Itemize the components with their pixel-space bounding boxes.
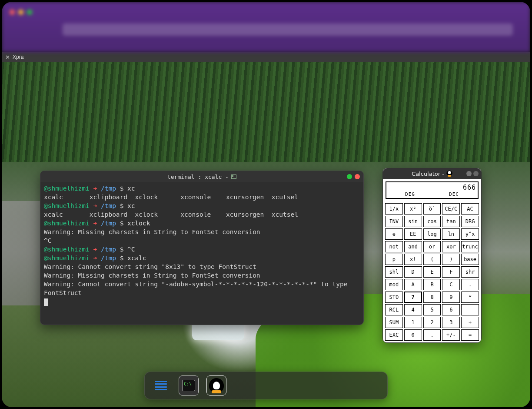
calc-button-x[interactable]: x²: [404, 203, 422, 215]
calc-button-f[interactable]: F: [442, 266, 460, 278]
calc-button-and[interactable]: and: [404, 241, 422, 252]
calc-button-[interactable]: *: [461, 292, 479, 303]
desktop-background: terminal : xcalc - @shmuelhizmi ➜ /tmp $…: [2, 62, 530, 407]
dock-item-terminal[interactable]: [179, 375, 199, 396]
calculator-close-button[interactable]: [473, 171, 479, 176]
calc-button-sin[interactable]: sin: [404, 216, 422, 227]
calc-button-[interactable]: -: [461, 304, 479, 315]
calc-button-rcl[interactable]: RCL: [385, 304, 403, 315]
calc-button-exc[interactable]: EXC: [385, 329, 403, 341]
calc-button-c[interactable]: C: [442, 279, 460, 290]
terminal-output-line: xcalc xclipboard xclock xconsole xcursor…: [44, 210, 360, 219]
calc-button-[interactable]: (: [423, 254, 441, 265]
calculator-display: 666 DEG DEC: [386, 181, 479, 199]
dock-item-penguin[interactable]: [206, 375, 226, 396]
dock-item-menu[interactable]: [151, 375, 171, 396]
calc-button-1x[interactable]: 1/x: [385, 203, 403, 215]
calc-button-3[interactable]: 3: [442, 317, 460, 328]
terminal-output-line: Warning: Cannot convert string "8x13" to…: [44, 262, 360, 271]
calc-button-ee[interactable]: EE: [404, 228, 422, 240]
calculator-keypad: 1/xx²ö`CE/CACINVsincostanDRGeEEloglny^xn…: [383, 203, 481, 341]
calculator-mode-dec: DEC: [449, 191, 459, 197]
dock: [144, 372, 388, 399]
terminal-icon: [182, 380, 195, 391]
calc-button-[interactable]: .: [423, 329, 441, 341]
calc-button-mod[interactable]: mod: [385, 279, 403, 290]
calc-button-shr[interactable]: shr: [461, 266, 479, 278]
calc-button-trunc[interactable]: trunc: [461, 241, 479, 252]
calculator-title: Calculator -: [412, 171, 444, 177]
calculator-titlebar[interactable]: Calculator -: [383, 168, 481, 179]
host-traffic-lights: [10, 10, 32, 15]
terminal-close-button[interactable]: [355, 174, 360, 179]
terminal-prompt-line: @shmuelhizmi ➜ /tmp $ xc: [44, 184, 360, 193]
terminal-prompt-line: @shmuelhizmi ➜ /tmp $ xc: [44, 201, 360, 210]
calc-button-[interactable]: ): [442, 254, 460, 265]
terminal-prompt-line: @shmuelhizmi ➜ /tmp $ ^C: [44, 245, 360, 254]
linux-penguin-icon: [209, 378, 224, 393]
calc-button-6[interactable]: 6: [442, 304, 460, 315]
terminal-titlebar[interactable]: terminal : xcalc -: [40, 171, 363, 182]
calc-button-cec[interactable]: CE/C: [442, 203, 460, 215]
menu-icon: [155, 381, 167, 390]
terminal-body[interactable]: @shmuelhizmi ➜ /tmp $ xcxcalc xclipboard…: [40, 182, 363, 325]
calc-button-9[interactable]: 9: [442, 292, 460, 303]
calc-button-b[interactable]: B: [423, 279, 441, 290]
calc-button-x[interactable]: x!: [404, 254, 422, 265]
calc-button-[interactable]: ö`: [423, 203, 441, 215]
calc-button-a[interactable]: A: [404, 279, 422, 290]
terminal-prompt-line: @shmuelhizmi ➜ /tmp $ xclock: [44, 219, 360, 228]
calc-button-yx[interactable]: y^x: [461, 228, 479, 240]
calc-button-e[interactable]: e: [385, 228, 403, 240]
calc-button-tan[interactable]: tan: [442, 216, 460, 227]
calc-button-ac[interactable]: AC: [461, 203, 479, 215]
xpra-menubar[interactable]: ✕ Xpra: [2, 52, 530, 62]
calc-button-[interactable]: +: [461, 317, 479, 328]
calc-button-d[interactable]: D: [404, 266, 422, 278]
calculator-minimize-button[interactable]: [466, 171, 472, 176]
calc-button-2[interactable]: 2: [423, 317, 441, 328]
calc-button-or[interactable]: or: [423, 241, 441, 252]
terminal-cursor: [44, 298, 48, 306]
calc-button-inv[interactable]: INV: [385, 216, 403, 227]
terminal-output-line: Warning: Missing charsets in String to F…: [44, 271, 360, 280]
calc-button-1[interactable]: 1: [404, 317, 422, 328]
calculator-mode-deg: DEG: [405, 191, 415, 197]
calc-button-8[interactable]: 8: [423, 292, 441, 303]
calc-button-e[interactable]: E: [423, 266, 441, 278]
terminal-output-line: xcalc xclipboard xclock xconsole xcursor…: [44, 193, 360, 201]
terminal-prompt-line: @shmuelhizmi ➜ /tmp $ xcalc: [44, 254, 360, 262]
calc-button-5[interactable]: 5: [423, 304, 441, 315]
calc-button-p[interactable]: p: [385, 254, 403, 265]
terminal-output-line: FontStruct: [44, 288, 360, 297]
xpra-logo-icon: ✕: [5, 54, 10, 60]
terminal-output-line: ^C: [44, 236, 360, 245]
terminal-output-line: Warning: Missing charsets in String to F…: [44, 228, 360, 236]
penguin-icon: [446, 171, 452, 177]
terminal-window[interactable]: terminal : xcalc - @shmuelhizmi ➜ /tmp $…: [40, 171, 364, 325]
calc-button-log[interactable]: log: [423, 228, 441, 240]
terminal-output-line: Warning: Cannot convert string "-adobe-s…: [44, 280, 360, 288]
screen-frame: ✕ Xpra terminal : xcalc - @shmuelhizmi ➜…: [2, 2, 530, 407]
calc-button-[interactable]: .: [461, 279, 479, 290]
terminal-minimize-button[interactable]: [347, 174, 352, 179]
calc-button-[interactable]: =: [461, 329, 479, 341]
calc-button-base[interactable]: base: [461, 254, 479, 265]
calc-button-xor[interactable]: xor: [442, 241, 460, 252]
calc-button-sum[interactable]: SUM: [385, 317, 403, 328]
calc-button-4[interactable]: 4: [404, 304, 422, 315]
calc-button-drg[interactable]: DRG: [461, 216, 479, 227]
host-browser-chrome: [2, 2, 530, 52]
calc-button-not[interactable]: not: [385, 241, 403, 252]
calc-button-0[interactable]: 0: [404, 329, 422, 341]
calculator-display-value: 666: [388, 184, 476, 191]
calc-button-cos[interactable]: cos: [423, 216, 441, 227]
host-address-bar: [63, 23, 513, 36]
calc-button-[interactable]: +/-: [442, 329, 460, 341]
calc-button-shl[interactable]: shl: [385, 266, 403, 278]
terminal-title: terminal : xcalc -: [167, 174, 229, 180]
calc-button-ln[interactable]: ln: [442, 228, 460, 240]
calculator-window[interactable]: Calculator - 666 DEG DEC 1/xx²ö`CE/CACIN…: [382, 168, 482, 343]
calc-button-sto[interactable]: STO: [385, 292, 403, 303]
calc-button-7[interactable]: 7: [404, 292, 422, 303]
